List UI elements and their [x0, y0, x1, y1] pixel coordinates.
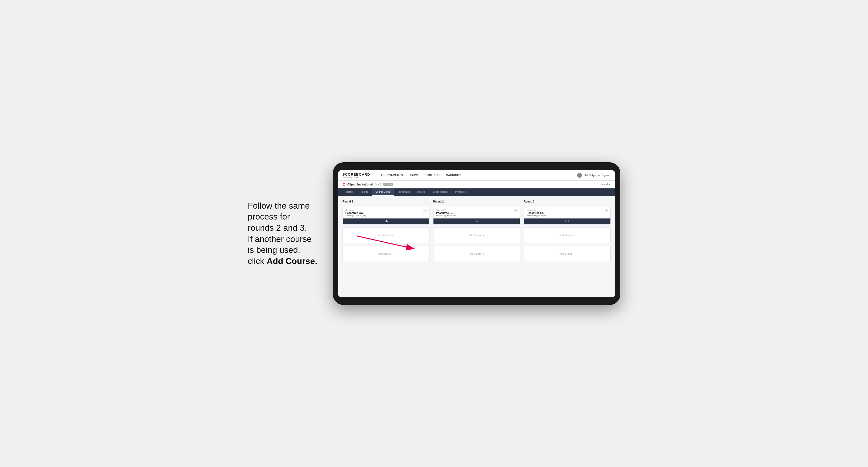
round-2-edit-button[interactable]: Edit — [433, 218, 520, 224]
outer-wrapper: Follow the same process for rounds 2 and… — [248, 162, 620, 305]
round-3-add-course-2[interactable]: Add Course + — [524, 246, 611, 262]
hosting-badge: Hosting — [383, 183, 393, 186]
top-nav-right: blair@clippd.io Sign out — [577, 173, 611, 178]
round-1-plus-icon-2: + — [392, 252, 394, 255]
round-2-course-name: Peachtree GC — [436, 212, 517, 215]
user-avatar — [577, 173, 582, 178]
round-2-add-course-text-1: Add Course — [469, 234, 482, 237]
tablet-screen-wrapper: SCOREBOARD Powered by clippd TOURNAMENTS… — [338, 170, 615, 297]
subtitle-bar: C Clippd Invitational (Men) Hosting Canc… — [338, 181, 615, 188]
round-3-add-course-1[interactable]: Add Course + — [524, 227, 611, 243]
round-2-plus-icon-2: + — [483, 252, 484, 255]
top-nav-links: TOURNAMENTS TEAMS COMMITTEE RANKINGS — [381, 174, 571, 177]
main-content: Round 1 (Course A) Peachtree GC Yellow (… — [338, 196, 615, 297]
round-1-add-course-text-2: Add Course — [378, 252, 391, 255]
rounds-grid: Round 1 (Course A) Peachtree GC Yellow (… — [342, 200, 611, 262]
round-1-course-card: (Course A) Peachtree GC Yellow (M) (6629… — [342, 207, 430, 225]
instruction-line5: is being used, — [248, 245, 300, 255]
round-1-title: Round 1 — [342, 200, 430, 203]
tablet-screen: SCOREBOARD Powered by clippd TOURNAMENTS… — [338, 170, 615, 297]
round-3-course-label: (Course A) — [527, 209, 608, 211]
instruction-line4: If another course — [248, 234, 312, 244]
tab-details[interactable]: Details — [342, 188, 358, 196]
round-2-course-card: (Course A) Peachtree GC Yellow (M) (6629… — [433, 207, 520, 225]
nav-teams[interactable]: TEAMS — [408, 174, 418, 177]
round-1-add-course-2[interactable]: Add Course + — [342, 246, 430, 262]
round-2-add-course-2[interactable]: Add Course + — [433, 246, 520, 262]
round-3-course-inner: (Course A) Peachtree GC Yellow (M) (6629… — [524, 207, 611, 217]
logo-sub: Powered by clippd — [342, 177, 370, 178]
user-email: blair@clippd.io — [584, 174, 600, 177]
nav-committee[interactable]: COMMITTEE — [424, 174, 441, 177]
event-name: Clippd Invitational — [347, 183, 373, 186]
tab-printables[interactable]: Printables — [451, 188, 469, 196]
tab-bar: Details Teams Course Setup Tee Groups Re… — [338, 188, 615, 196]
tab-course-setup[interactable]: Course Setup — [372, 188, 394, 196]
c-logo: C — [342, 182, 345, 187]
round-3-plus-icon-1: + — [573, 234, 575, 237]
round-1-column: Round 1 (Course A) Peachtree GC Yellow (… — [342, 200, 430, 262]
round-1-course-name: Peachtree GC — [345, 212, 427, 215]
instruction-line3: rounds 2 and 3. — [248, 223, 307, 232]
nav-tournaments[interactable]: TOURNAMENTS — [381, 174, 403, 177]
event-suffix: (Men) — [375, 183, 381, 186]
instruction-line6: click — [248, 256, 267, 266]
round-1-course-inner: (Course A) Peachtree GC Yellow (M) (6629… — [343, 207, 429, 217]
round-3-course-detail: Yellow (M) (6629 yds) — [527, 215, 608, 217]
tab-tee-groups[interactable]: Tee Groups — [394, 188, 414, 196]
round-2-plus-icon-1: + — [483, 234, 484, 237]
tab-leaderboards[interactable]: Leaderboards — [429, 188, 452, 196]
round-2-add-course-1[interactable]: Add Course + — [433, 227, 520, 243]
round-2-add-course-text-2: Add Course — [469, 252, 482, 255]
round-2-course-detail: Yellow (M) (6629 yds) — [436, 215, 517, 217]
round-1-plus-icon-1: + — [392, 234, 394, 237]
logo-title: SCOREBOARD — [342, 173, 370, 177]
round-3-title: Round 3 — [524, 200, 611, 203]
cancel-button[interactable]: Cancel ✕ — [600, 183, 611, 186]
round-2-delete-icon[interactable]: ✕ — [514, 209, 518, 212]
round-2-title: Round 2 — [433, 200, 520, 203]
round-1-add-course-1[interactable]: Add Course + — [342, 227, 430, 243]
top-nav: SCOREBOARD Powered by clippd TOURNAMENTS… — [338, 170, 615, 181]
nav-rankings[interactable]: RANKINGS — [446, 174, 461, 177]
tablet-frame: SCOREBOARD Powered by clippd TOURNAMENTS… — [333, 162, 620, 305]
round-2-course-label: (Course A) — [436, 209, 517, 211]
round-3-course-card: (Course A) Peachtree GC Yellow (M) (6629… — [524, 207, 611, 225]
round-3-column: Round 3 (Course A) Peachtree GC Yellow (… — [524, 200, 611, 262]
round-2-course-inner: (Course A) Peachtree GC Yellow (M) (6629… — [433, 207, 520, 217]
round-3-add-course-text-1: Add Course — [560, 234, 572, 237]
instruction-panel: Follow the same process for rounds 2 and… — [248, 200, 322, 267]
round-3-course-name: Peachtree GC — [527, 212, 608, 215]
round-2-column: Round 2 (Course A) Peachtree GC Yellow (… — [433, 200, 520, 262]
round-1-course-detail: Yellow (M) (6629 yds) — [345, 215, 427, 217]
instruction-line1: Follow the same — [248, 201, 310, 211]
round-1-edit-button[interactable]: Edit — [343, 218, 429, 224]
instruction-line6bold: Add Course. — [267, 256, 317, 266]
round-3-delete-icon[interactable]: ✕ — [604, 209, 608, 212]
sign-out-link[interactable]: Sign out — [602, 174, 611, 177]
instruction-line2: process for — [248, 212, 290, 221]
tab-teams[interactable]: Teams — [358, 188, 372, 196]
round-3-edit-button[interactable]: Edit — [524, 218, 611, 224]
round-3-add-course-text-2: Add Course — [560, 252, 572, 255]
tab-results[interactable]: Results — [414, 188, 429, 196]
round-1-delete-icon[interactable]: ✕ — [423, 209, 427, 212]
scoreboard-logo: SCOREBOARD Powered by clippd — [342, 173, 370, 178]
round-3-plus-icon-2: + — [573, 252, 575, 255]
round-1-course-label: (Course A) — [345, 209, 427, 211]
subtitle-left: C Clippd Invitational (Men) Hosting — [342, 182, 393, 187]
round-1-add-course-text-1: Add Course — [378, 234, 391, 237]
